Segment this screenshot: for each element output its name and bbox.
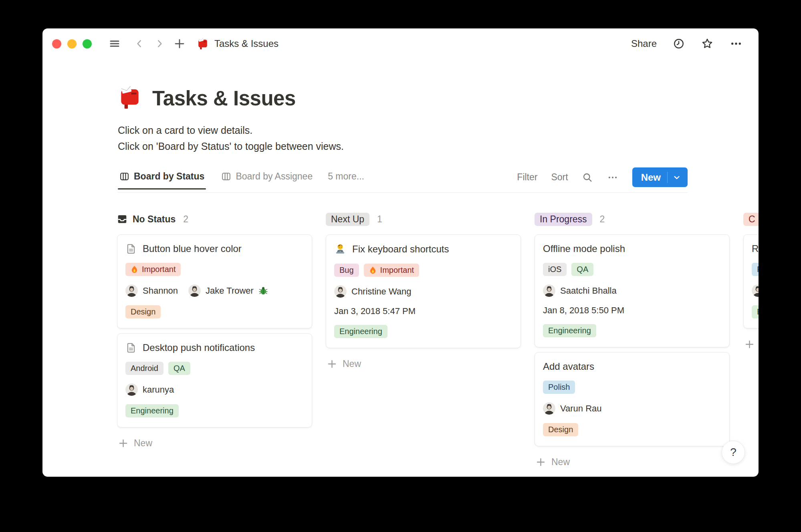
tag-pill: Polish [543, 381, 575, 394]
card-title: Offline mode polish [543, 243, 625, 254]
card-title-row: Fix keyboard shortcuts [334, 243, 512, 255]
plus-icon [744, 339, 755, 350]
more-views-button[interactable]: 5 more... [328, 171, 364, 189]
card-row-people: ShannonJake Trower [125, 284, 304, 297]
sidebar-menu-icon[interactable] [109, 38, 121, 50]
search-icon[interactable] [582, 172, 593, 183]
back-icon[interactable] [134, 38, 145, 49]
new-button[interactable]: New [632, 167, 688, 187]
tag-pill: Android [125, 362, 163, 375]
more-options-icon[interactable] [730, 37, 742, 50]
column-header: In Progress2 [535, 212, 730, 226]
tag-label: E [757, 307, 759, 316]
add-card-label: New [343, 359, 361, 369]
card-row-tags: Engineering [125, 404, 304, 417]
zoom-window-button[interactable] [83, 39, 92, 48]
assignee: Varun Rau [543, 402, 602, 415]
tag-pill: Bug [334, 264, 359, 277]
tag-pill: Engineering [125, 404, 179, 417]
tag-label: QA [174, 364, 185, 373]
column-count: 2 [183, 214, 188, 225]
page-description-line2: Click on 'Board by Status' to toggle bet… [118, 138, 759, 154]
tag-pill: Design [125, 305, 161, 318]
tag-pill: P [752, 263, 759, 276]
tag-pill: E [752, 305, 759, 318]
filter-button[interactable]: Filter [517, 172, 537, 183]
card-row-tags: AndroidQA [125, 362, 304, 375]
card-title-row: Add avatars [543, 361, 721, 372]
card-title: Button blue hover color [143, 243, 242, 254]
assignee: Saatchi Bhalla [543, 284, 617, 297]
avatar [334, 285, 347, 298]
tag-pill: Design [543, 423, 578, 436]
mailbox-icon [197, 38, 209, 50]
tag-label: QA [577, 265, 588, 274]
new-tab-icon[interactable] [174, 38, 186, 50]
card[interactable]: Button blue hover colorImportantShannonJ… [117, 234, 312, 328]
card-title: Add avatars [543, 361, 594, 372]
add-card-label: New [551, 457, 570, 468]
tag-label: Important [380, 266, 414, 275]
card-row-date: Jan 3, 2018 5:47 PM [334, 306, 512, 316]
titlebar: Tasks & Issues Share [42, 28, 759, 55]
card-date: Jan 8, 2018 5:50 PM [543, 305, 624, 316]
document-icon [125, 243, 137, 254]
view-toolbar: Board by Status Board by Assignee 5 more… [118, 168, 688, 193]
help-button[interactable]: ? [722, 441, 745, 464]
card[interactable]: Fix keyboard shortcutsBugImportantChrist… [326, 234, 521, 348]
technologist-icon [334, 243, 346, 255]
column-status-pill: In Progress [535, 213, 592, 226]
add-card-button[interactable]: New [326, 357, 521, 371]
card-row-tags: Design [125, 305, 304, 318]
card[interactable]: Desktop push notificationsAndroidQAkarun… [117, 333, 312, 427]
card-title-row: Offline mode polish [543, 243, 721, 254]
board-view-icon [119, 171, 129, 181]
assignee-name: Shannon [143, 286, 178, 296]
avatar [125, 284, 138, 297]
card-row-tags: iOSQA [543, 263, 721, 276]
forward-icon[interactable] [154, 38, 165, 49]
board-column: Next Up1Fix keyboard shortcutsBugImporta… [326, 212, 521, 371]
minimize-window-button[interactable] [67, 39, 77, 48]
assignee: Christine Wang [334, 285, 412, 298]
card-title: Desktop push notifications [143, 342, 255, 353]
card-row-people: Christine Wang [334, 285, 512, 298]
tag-pill: QA [571, 263, 593, 276]
add-card-button[interactable]: New [535, 455, 730, 469]
add-card-button[interactable]: New [117, 436, 312, 450]
tag-pill: Engineering [334, 325, 387, 338]
page-mailbox-icon [118, 85, 142, 111]
chevron-down-icon[interactable] [668, 173, 686, 182]
assignee-name: Christine Wang [351, 286, 412, 297]
card-row-tags: P [752, 263, 759, 276]
add-card-button[interactable]: New [743, 337, 759, 351]
card[interactable]: Add avatarsPolishVarun RauDesign [535, 352, 730, 446]
column-count: 1 [377, 214, 382, 225]
assignee-name: Saatchi Bhalla [560, 286, 617, 296]
favorite-star-icon[interactable] [701, 37, 714, 50]
tab-board-by-status[interactable]: Board by Status [118, 171, 206, 189]
share-button[interactable]: Share [631, 38, 657, 49]
tab-board-by-assignee[interactable]: Board by Assignee [220, 171, 314, 189]
card-row-date: Jan 8, 2018 5:50 PM [543, 305, 721, 316]
card[interactable]: RPE [743, 234, 759, 328]
avatar [543, 402, 555, 415]
card-row-tags: Engineering [543, 324, 721, 337]
plus-icon [118, 438, 129, 449]
history-clock-icon[interactable] [673, 38, 685, 50]
assignee [752, 284, 759, 297]
column-header: No Status2 [117, 212, 312, 226]
card-date: Jan 3, 2018 5:47 PM [334, 306, 416, 316]
sort-button[interactable]: Sort [551, 172, 568, 183]
card[interactable]: Offline mode polishiOSQASaatchi BhallaJa… [535, 234, 730, 347]
card-row-tags: BugImportant [334, 264, 512, 277]
close-window-button[interactable] [52, 39, 61, 48]
card-row-people: Saatchi Bhalla [543, 284, 721, 297]
card-title: R [752, 243, 759, 254]
board-view-icon [221, 171, 231, 181]
assignee-name: Jake Trower [206, 286, 254, 296]
add-card-label: New [134, 438, 152, 449]
avatar [543, 284, 555, 297]
column-header: Next Up1 [326, 212, 521, 226]
view-options-icon[interactable] [607, 171, 619, 183]
